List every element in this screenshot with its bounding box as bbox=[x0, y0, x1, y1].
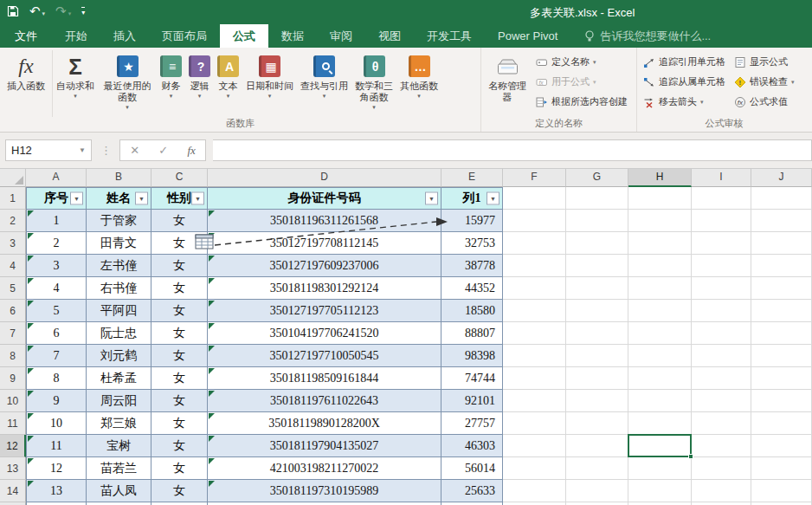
table-cell[interactable]: 38778 bbox=[441, 255, 503, 277]
create-from-selection-button[interactable]: 根据所选内容创建 bbox=[532, 92, 632, 112]
table-cell[interactable]: 92101 bbox=[441, 390, 503, 412]
tab-formulas[interactable]: 公式 bbox=[220, 24, 268, 48]
grid-cell[interactable] bbox=[692, 480, 751, 502]
table-cell[interactable]: 350127197710050545 bbox=[208, 345, 441, 367]
table-cell[interactable]: 左书僮 bbox=[87, 255, 151, 277]
filter-dropdown-button[interactable]: ▼ bbox=[70, 192, 83, 205]
row-header-14[interactable]: 14 bbox=[0, 480, 26, 502]
grid-cell[interactable] bbox=[503, 277, 566, 300]
grid-cell[interactable] bbox=[751, 367, 812, 390]
table-cell[interactable]: 350181197611022643 bbox=[208, 390, 441, 412]
table-cell[interactable]: 350127197705112123 bbox=[208, 300, 441, 322]
recently-used-button[interactable]: ★ 最近使用的函数 ▾ bbox=[98, 50, 157, 113]
more-functions-button[interactable]: … 其他函数 ▾ bbox=[396, 50, 441, 101]
column-header-F[interactable]: F bbox=[503, 169, 566, 187]
table-cell[interactable]: 女 bbox=[151, 345, 208, 367]
formula-input[interactable] bbox=[213, 139, 812, 161]
row-header-10[interactable]: 10 bbox=[0, 390, 26, 412]
grid-cell[interactable] bbox=[503, 457, 566, 480]
table-cell[interactable]: 郑三娘 bbox=[87, 412, 151, 435]
grid-cell[interactable] bbox=[566, 277, 628, 300]
grid-cell[interactable] bbox=[628, 345, 692, 367]
table-cell[interactable]: 女 bbox=[151, 232, 208, 255]
grid-cell[interactable] bbox=[628, 210, 692, 232]
table-cell[interactable]: 杜希孟 bbox=[87, 367, 151, 390]
grid-cell[interactable] bbox=[692, 232, 751, 255]
grid-cell[interactable] bbox=[628, 480, 692, 502]
table-cell[interactable]: 5 bbox=[26, 300, 87, 322]
row-header-5[interactable]: 5 bbox=[0, 277, 26, 300]
table-cell[interactable]: 350181198301292124 bbox=[208, 277, 441, 300]
table-cell[interactable]: 350181197904135027 bbox=[208, 435, 441, 457]
table-header-cell[interactable]: 序号▼ bbox=[26, 187, 87, 210]
column-header-H[interactable]: H bbox=[628, 169, 692, 187]
table-cell[interactable]: 350181196311261568 bbox=[208, 210, 441, 232]
grid-cell[interactable] bbox=[751, 480, 812, 502]
filter-dropdown-button[interactable]: ▼ bbox=[487, 192, 499, 205]
tab-page-layout[interactable]: 页面布局 bbox=[149, 24, 220, 48]
grid-cell[interactable] bbox=[566, 322, 628, 345]
table-cell[interactable]: 350181197310195989 bbox=[208, 480, 441, 502]
table-cell[interactable]: 阮士忠 bbox=[87, 322, 151, 345]
grid-cell[interactable] bbox=[751, 435, 812, 457]
show-formulas-button[interactable]: 显示公式 bbox=[730, 52, 799, 72]
table-cell[interactable]: 13 bbox=[26, 480, 87, 502]
trace-precedents-button[interactable]: 追踪引用单元格 bbox=[639, 52, 730, 72]
grid-cell[interactable] bbox=[566, 367, 628, 390]
row-header-12[interactable]: 12 bbox=[0, 435, 26, 457]
name-box-caret-icon[interactable]: ▼ bbox=[79, 146, 86, 154]
column-header-A[interactable]: A bbox=[26, 169, 87, 187]
grid-cell[interactable] bbox=[503, 412, 566, 435]
grid-cell[interactable] bbox=[751, 345, 812, 367]
row-header-1[interactable]: 1 bbox=[0, 187, 26, 210]
table-cell[interactable]: 350127197708112145 bbox=[208, 232, 441, 255]
table-cell[interactable]: 田青文 bbox=[87, 232, 151, 255]
column-header-C[interactable]: C bbox=[151, 169, 208, 187]
use-in-formula-button[interactable]: fx 用于公式 ▾ bbox=[532, 72, 632, 92]
grid-cell[interactable] bbox=[692, 255, 751, 277]
column-header-E[interactable]: E bbox=[441, 169, 503, 187]
grid-cell[interactable] bbox=[751, 210, 812, 232]
grid-cell[interactable] bbox=[503, 255, 566, 277]
tell-me-box[interactable]: 告诉我您想要做什么... bbox=[584, 24, 711, 48]
grid-cell[interactable] bbox=[628, 390, 692, 412]
customize-qat-button[interactable]: ▾ bbox=[81, 7, 85, 16]
table-cell[interactable]: 女 bbox=[151, 367, 208, 390]
date-time-button[interactable]: ▦ 日期和时间 ▾ bbox=[242, 50, 297, 101]
math-trig-button[interactable]: θ 数学和三角函数 ▾ bbox=[351, 50, 396, 113]
column-header-B[interactable]: B bbox=[87, 169, 151, 187]
text-button[interactable]: A 文本 ▾ bbox=[214, 50, 242, 101]
column-header-J[interactable]: J bbox=[751, 169, 812, 187]
table-cell[interactable]: 女 bbox=[151, 412, 208, 435]
enter-check-icon[interactable]: ✓ bbox=[158, 144, 168, 157]
row-header-9[interactable]: 9 bbox=[0, 367, 26, 390]
table-cell[interactable]: 女 bbox=[151, 255, 208, 277]
table-header-cell[interactable]: 姓名▼ bbox=[87, 187, 151, 210]
grid-cell[interactable] bbox=[566, 255, 628, 277]
redo-caret-icon[interactable]: ▾ bbox=[68, 8, 72, 20]
tab-data[interactable]: 数据 bbox=[268, 24, 317, 48]
redo-button[interactable]: ↷▾ bbox=[55, 3, 71, 20]
table-cell[interactable]: 女 bbox=[151, 322, 208, 345]
grid-cell[interactable] bbox=[751, 322, 812, 345]
grid-cell[interactable] bbox=[628, 277, 692, 300]
table-cell[interactable]: 8 bbox=[26, 367, 87, 390]
table-cell[interactable]: 3 bbox=[26, 255, 87, 277]
logical-button[interactable]: ? 逻辑 ▾ bbox=[185, 50, 214, 101]
table-cell[interactable]: 女 bbox=[151, 480, 208, 502]
table-header-cell[interactable]: 性别▼ bbox=[151, 187, 208, 210]
column-header-I[interactable]: I bbox=[692, 169, 751, 187]
define-name-button[interactable]: 定义名称 ▾ bbox=[532, 52, 632, 72]
table-cell[interactable]: 9 bbox=[26, 390, 87, 412]
table-cell[interactable]: 32753 bbox=[441, 232, 503, 255]
row-header-8[interactable]: 8 bbox=[0, 345, 26, 367]
grid-cell[interactable] bbox=[628, 412, 692, 435]
grid-cell[interactable] bbox=[751, 457, 812, 480]
grid-cell[interactable] bbox=[628, 322, 692, 345]
table-cell[interactable]: 11 bbox=[26, 435, 87, 457]
table-cell[interactable]: 女 bbox=[151, 277, 208, 300]
table-cell[interactable]: 苗若兰 bbox=[87, 457, 151, 480]
grid-cell[interactable] bbox=[692, 277, 751, 300]
table-cell[interactable]: 74744 bbox=[441, 367, 503, 390]
tab-insert[interactable]: 插入 bbox=[100, 24, 149, 48]
